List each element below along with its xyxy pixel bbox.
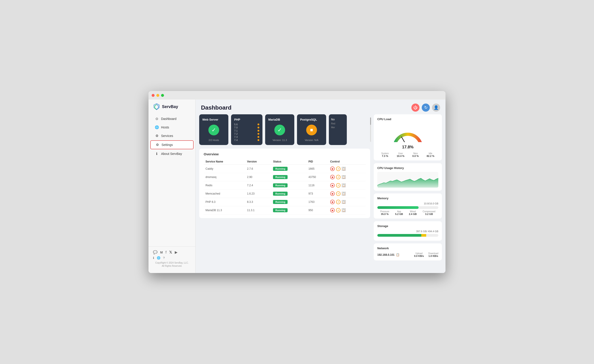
user-button[interactable]: 👤 xyxy=(432,104,440,112)
main-window: ServBay ⊙ Dashboard 🌐 Hosts ⚙ Services ⚙ xyxy=(148,91,446,273)
php-versions-list: 5.6 7.0 7.1 xyxy=(234,123,259,141)
sidebar-item-about[interactable]: ℹ About ServBay xyxy=(150,150,194,158)
log-btn-caddy[interactable]: 📋 xyxy=(342,167,346,171)
stop-btn-php83[interactable]: ⏹ xyxy=(330,200,335,204)
service-pid-mariadb113: 950 xyxy=(307,206,328,214)
col-service-name: Service Name xyxy=(204,159,245,165)
service-version-memcached: 1.6.23 xyxy=(245,190,271,198)
restart-btn-php83[interactable]: ↺ xyxy=(336,200,341,204)
twitter-icon[interactable]: 𝕏 xyxy=(169,250,172,254)
help-icon[interactable]: ? xyxy=(163,256,165,259)
php-version-73: 7.3 xyxy=(234,136,259,138)
php-version-71: 7.1 xyxy=(234,129,259,132)
svg-line-0 xyxy=(402,137,408,142)
log-btn-redis[interactable]: 📋 xyxy=(342,184,346,187)
stop-btn-memcached[interactable]: ⏹ xyxy=(330,192,335,196)
restart-btn-mariadb113[interactable]: ↺ xyxy=(336,208,341,212)
services-icon: ⚙ xyxy=(155,134,159,138)
service-pid-dnsmasq: 43750 xyxy=(307,173,328,181)
net-stat-download: Download 1.0 KB/s xyxy=(428,252,438,257)
service-control-mariadb113: ⏹ ↺ 📋 xyxy=(328,206,366,214)
stop-btn-caddy[interactable]: ⏹ xyxy=(330,166,335,171)
cpu-stat-system-label: System xyxy=(381,152,389,155)
service-version-caddy: 2.7.6 xyxy=(245,165,271,173)
service-status-caddy: Running xyxy=(271,165,307,173)
restart-btn-dnsmasq[interactable]: ↺ xyxy=(336,175,341,179)
service-cards-wrapper: Web Server ✓ 2/2 Hosts PHP xyxy=(199,114,370,145)
service-name-mariadb113: MariaDB 11.3 xyxy=(204,206,245,214)
copyright-text: CopyRight © 2024 ServBay, LLC.All Rights… xyxy=(153,261,191,268)
status-badge-mariadb113: Running xyxy=(273,208,288,212)
memory-bar-bg xyxy=(377,206,438,209)
app-body: ServBay ⊙ Dashboard 🌐 Hosts ⚙ Services ⚙ xyxy=(148,99,446,273)
partial-card[interactable]: No Red Mer xyxy=(329,114,347,145)
cpu-stat-user-label: User xyxy=(397,152,405,155)
table-row: Redis 7.2.4 Running 1116 ⏹ xyxy=(204,181,366,190)
cpu-stat-system-value: 7.3 % xyxy=(381,155,389,157)
discord-icon[interactable]: 💬 xyxy=(153,250,157,254)
mem-stat-pressure: Pressure 35.0 % xyxy=(380,210,389,215)
service-version-dnsmasq: 2.90 xyxy=(245,173,271,181)
control-btns-php83: ⏹ ↺ 📋 xyxy=(330,200,364,204)
cpu-stat-user-value: 10.4 % xyxy=(397,155,405,157)
memory-bar-wrap xyxy=(377,206,438,209)
col-pid: PID xyxy=(307,159,328,165)
restart-btn-caddy[interactable]: ↺ xyxy=(336,166,341,171)
storage-label-row: 397.6 GB/ 494.4 GB xyxy=(377,230,438,233)
sidebar-item-hosts-label: Hosts xyxy=(161,126,169,129)
maximize-button[interactable] xyxy=(161,94,164,97)
power-button[interactable]: ⏻ xyxy=(412,104,419,112)
control-btns-mariadb113: ⏹ ↺ 📋 xyxy=(330,208,364,212)
main-header: Dashboard ⏻ ↻ 👤 xyxy=(196,99,446,114)
restart-btn-memcached[interactable]: ↺ xyxy=(336,192,341,196)
col-control: Control xyxy=(328,159,366,165)
mem-stat-app-value: 5.2 GB xyxy=(395,213,403,215)
mariadb-card[interactable]: MariaDB ✓ Version: 11.3 xyxy=(265,114,294,145)
php-version-74: 7.4 xyxy=(234,139,259,141)
log-btn-php83[interactable]: 📋 xyxy=(342,200,346,204)
control-btns-caddy: ⏹ ↺ 📋 xyxy=(330,166,364,171)
postgresql-card[interactable]: PostgreSQL ■ Version: N/A xyxy=(297,114,326,145)
stop-btn-dnsmasq[interactable]: ⏹ xyxy=(330,175,335,179)
minimize-button[interactable] xyxy=(156,94,159,97)
log-btn-mariadb113[interactable]: 📋 xyxy=(342,208,346,212)
restart-btn-redis[interactable]: ↺ xyxy=(336,183,341,188)
cpu-stat-idle-label: Idle xyxy=(427,152,434,155)
facebook-icon[interactable]: f xyxy=(166,250,166,254)
youtube-icon[interactable]: ▶ xyxy=(175,250,177,254)
table-row: PHP 8.3 8.3.3 Running 1763 ⏹ xyxy=(204,198,366,206)
info-icon[interactable]: ℹ xyxy=(153,256,154,259)
memory-label-text: 10.8/16.0 GB xyxy=(424,202,438,205)
log-btn-memcached[interactable]: 📋 xyxy=(342,192,346,195)
service-cards: Web Server ✓ 2/2 Hosts PHP xyxy=(199,114,370,145)
php-card[interactable]: PHP 5.6 7.0 xyxy=(231,114,263,145)
stop-btn-mariadb113[interactable]: ⏹ xyxy=(330,208,335,212)
stop-btn-redis[interactable]: ⏹ xyxy=(330,183,335,188)
postgresql-stop-icon: ■ xyxy=(306,125,317,135)
sidebar-item-settings[interactable]: ⚙ Settings xyxy=(150,140,194,149)
memory-label: 10.8/16.0 GB xyxy=(377,202,438,205)
close-button[interactable] xyxy=(152,94,155,97)
log-btn-dnsmasq[interactable]: 📋 xyxy=(342,175,346,179)
sidebar-item-services[interactable]: ⚙ Services xyxy=(150,132,194,140)
cpu-stat-system: System 7.3 % xyxy=(381,152,389,157)
col-version: Version xyxy=(245,159,271,165)
cpu-stat-idle: Idle 82.2 % xyxy=(427,152,434,157)
medium-icon[interactable]: M xyxy=(160,251,163,254)
cpu-gauge-value: 17.8% xyxy=(402,145,413,150)
sidebar-item-hosts[interactable]: 🌐 Hosts xyxy=(150,123,194,131)
sidebar-footer: 💬 M f 𝕏 ▶ ℹ 🌐 ? CopyRight © 2024 ServBay… xyxy=(148,246,195,269)
net-stat-upload: Upload 0.0 KB/s xyxy=(414,252,424,257)
refresh-button[interactable]: ↻ xyxy=(422,104,430,112)
services-table-header-row: Service Name Version Status PID Control xyxy=(204,159,366,165)
overview-section: Overview Service Name Version Status PID… xyxy=(199,149,370,218)
sidebar-item-dashboard[interactable]: ⊙ Dashboard xyxy=(150,115,194,123)
globe-icon[interactable]: 🌐 xyxy=(157,256,160,259)
sidebar-item-about-label: About ServBay xyxy=(161,152,182,156)
mem-stat-compressed: Compressed 3.2 GB xyxy=(423,210,435,215)
webserver-card[interactable]: Web Server ✓ 2/2 Hosts xyxy=(199,114,228,145)
storage-bar-green xyxy=(377,234,421,237)
copy-icon[interactable]: 📋 xyxy=(396,253,399,256)
status-badge-redis: Running xyxy=(273,183,288,187)
mariadb-card-title: MariaDB xyxy=(268,118,280,121)
